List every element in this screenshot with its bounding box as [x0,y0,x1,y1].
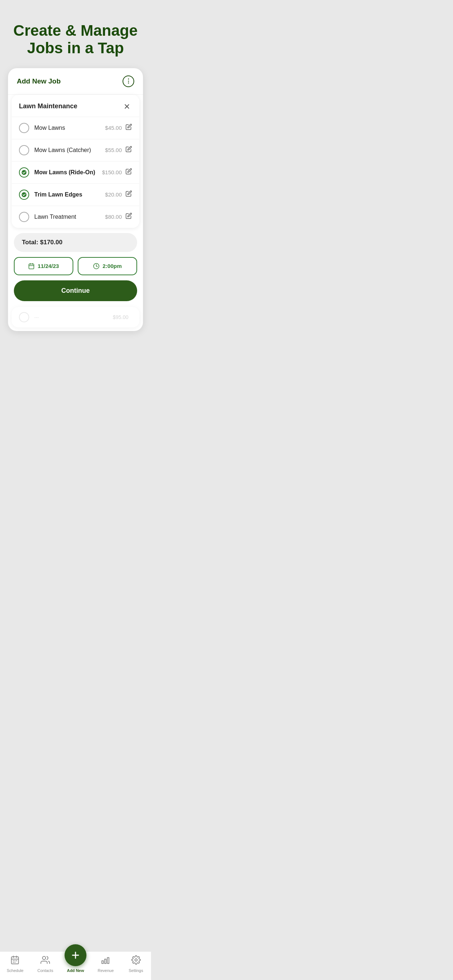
service-item-trim-lawn-edges[interactable]: Trim Lawn Edges $20.00 [12,184,139,206]
checkbox-lawn-treatment[interactable] [19,212,29,222]
service-name-trim-lawn-edges: Trim Lawn Edges [34,191,105,198]
service-name-mow-lawns-catcher: Mow Lawns (Catcher) [34,147,105,153]
total-bar: Total: $170.00 [14,233,137,252]
service-name-mow-lawns-rideon: Mow Lawns (Ride-On) [34,169,102,176]
card-header: Add New Job ⋮ [8,68,143,95]
continue-button[interactable]: Continue [14,280,137,301]
checkbox-trim-lawn-edges[interactable] [19,189,29,200]
card-header-title: Add New Job [17,77,61,85]
bottom-peek-card: ··· $95.00 [12,307,139,328]
clock-icon [93,263,100,269]
peek-checkbox [19,312,29,322]
edit-icon-lawn-treatment[interactable] [126,213,132,221]
add-new-job-card: Add New Job ⋮ Lawn Maintenance Mow Lawns… [8,68,143,331]
peek-item: ··· $95.00 [12,307,139,328]
action-row: 11/24/23 2:00pm [14,257,137,275]
svg-rect-2 [29,264,34,269]
lawn-maintenance-title: Lawn Maintenance [19,102,77,110]
time-label: 2:00pm [102,263,122,269]
checkbox-mow-lawns-rideon[interactable] [19,167,29,178]
edit-icon-mow-lawns-rideon[interactable] [126,168,132,177]
service-name-lawn-treatment: Lawn Treatment [34,214,105,220]
inner-card-header: Lawn Maintenance [12,95,139,117]
service-item-mow-lawns-rideon[interactable]: Mow Lawns (Ride-On) $150.00 [12,162,139,184]
close-icon [123,103,131,110]
service-item-mow-lawns[interactable]: Mow Lawns $45.00 [12,117,139,139]
service-price-mow-lawns-catcher: $55.00 [105,147,122,153]
service-item-lawn-treatment[interactable]: Lawn Treatment $80.00 [12,206,139,228]
service-price-lawn-treatment: $80.00 [105,214,122,220]
checkbox-mow-lawns-catcher[interactable] [19,145,29,155]
time-button[interactable]: 2:00pm [78,257,137,275]
calendar-icon [28,263,35,269]
service-name-mow-lawns: Mow Lawns [34,125,105,131]
more-options-button[interactable]: ⋮ [123,75,134,87]
edit-icon-trim-lawn-edges[interactable] [126,190,132,199]
edit-icon-mow-lawns-catcher[interactable] [126,146,132,154]
peek-price: $95.00 [113,314,128,320]
peek-service-name: ··· [34,314,113,320]
page-title: Create & Manage Jobs in a Tap [3,0,149,68]
service-price-mow-lawns: $45.00 [105,125,122,131]
date-label: 11/24/23 [38,263,59,269]
service-price-mow-lawns-rideon: $150.00 [102,169,122,175]
checkbox-mow-lawns[interactable] [19,123,29,133]
service-price-trim-lawn-edges: $20.00 [105,191,122,197]
lawn-maintenance-card: Lawn Maintenance Mow Lawns $45.00 [12,95,139,228]
date-button[interactable]: 11/24/23 [14,257,73,275]
service-item-mow-lawns-catcher[interactable]: Mow Lawns (Catcher) $55.00 [12,139,139,162]
edit-icon-mow-lawns[interactable] [126,124,132,132]
close-button[interactable] [122,101,132,111]
